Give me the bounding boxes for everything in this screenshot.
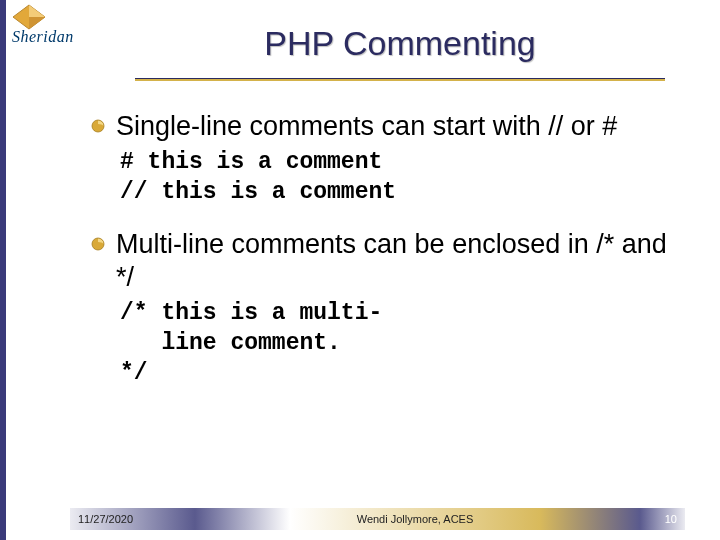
diamond-icon bbox=[12, 4, 46, 30]
bullet-text: Single-line comments can start with // o… bbox=[116, 110, 617, 142]
footer-page: 10 bbox=[640, 508, 685, 530]
code-block: /* this is a multi- line comment. */ bbox=[120, 299, 680, 389]
slide: Sheridan PHP Commenting Single-line comm… bbox=[0, 0, 720, 540]
logo: Sheridan bbox=[12, 4, 90, 46]
footer: 11/27/2020 Wendi Jollymore, ACES 10 bbox=[70, 508, 685, 530]
bullet-item: Single-line comments can start with // o… bbox=[90, 110, 680, 142]
bullet-item: Multi-line comments can be enclosed in /… bbox=[90, 228, 680, 293]
footer-author: Wendi Jollymore, ACES bbox=[290, 508, 540, 530]
footer-date: 11/27/2020 bbox=[70, 508, 195, 530]
code-block: # this is a comment // this is a comment bbox=[120, 148, 680, 208]
bullet-text: Multi-line comments can be enclosed in /… bbox=[116, 228, 680, 293]
footer-spacer bbox=[540, 508, 640, 530]
footer-spacer bbox=[195, 508, 290, 530]
slide-title: PHP Commenting bbox=[140, 24, 660, 63]
content-area: Single-line comments can start with // o… bbox=[90, 110, 680, 409]
bullet-icon bbox=[90, 236, 110, 256]
title-underline bbox=[135, 78, 665, 81]
svg-marker-1 bbox=[29, 5, 45, 17]
side-stripe bbox=[0, 0, 6, 540]
logo-text: Sheridan bbox=[12, 28, 90, 46]
bullet-icon bbox=[90, 118, 110, 138]
